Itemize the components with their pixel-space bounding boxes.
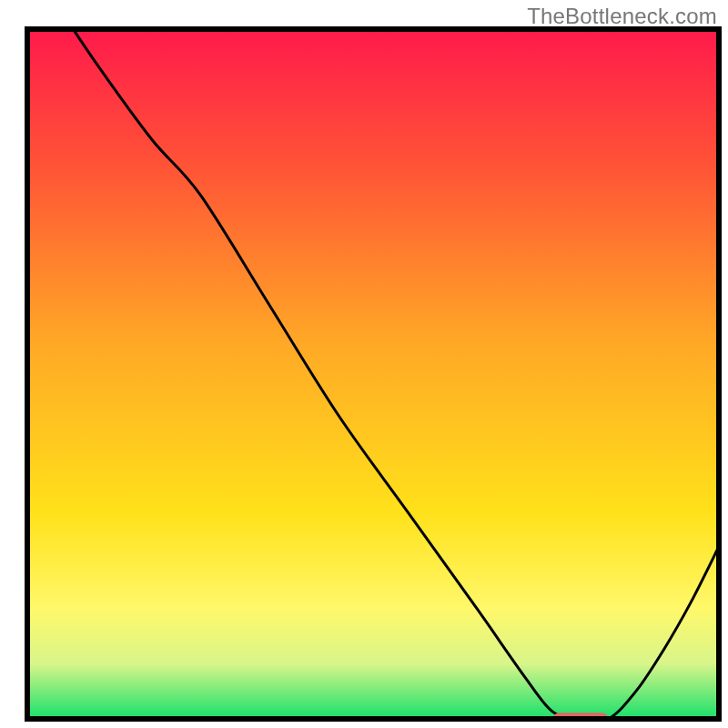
chart-canvas [0,0,728,728]
gradient-background [27,29,719,719]
plot-area [27,2,719,725]
bottleneck-chart: TheBottleneck.com [0,0,728,728]
attribution-label: TheBottleneck.com [527,4,717,29]
